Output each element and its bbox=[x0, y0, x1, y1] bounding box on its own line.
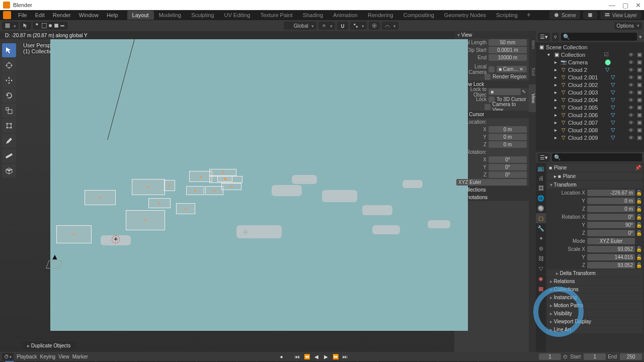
outliner-search[interactable]: 🔍 bbox=[561, 33, 637, 41]
workspace-tab-animation[interactable]: Animation bbox=[328, 11, 363, 20]
scale-y-field[interactable]: 144.015 bbox=[587, 254, 635, 260]
tool-scale[interactable] bbox=[2, 104, 16, 118]
workspace-tab-modeling[interactable]: Modeling bbox=[154, 11, 187, 20]
lineart-header[interactable]: Line Art bbox=[547, 326, 643, 333]
view-layer-selector[interactable]: View Layer bbox=[600, 11, 641, 19]
render-region-check[interactable] bbox=[485, 74, 491, 80]
pivot-point[interactable] bbox=[318, 22, 335, 30]
camera-selector[interactable]: ■ Cam... ✕ bbox=[497, 66, 527, 72]
rot-mode-dropdown[interactable]: XYZ Euler bbox=[587, 238, 635, 244]
loc-y-field[interactable]: 0 m bbox=[587, 198, 635, 204]
close-button[interactable]: ✕ bbox=[635, 2, 641, 9]
prev-key-button[interactable]: ⏪ bbox=[303, 353, 311, 360]
workspace-tab-rendering[interactable]: Rendering bbox=[363, 11, 398, 20]
properties-editor-type[interactable]: ☰▾ bbox=[538, 153, 550, 162]
menu-edit[interactable]: Edit bbox=[31, 12, 49, 18]
motion-paths-header[interactable]: Motion Paths bbox=[547, 302, 643, 309]
tool-cursor[interactable] bbox=[2, 58, 16, 72]
ptab-data[interactable]: ▽ bbox=[536, 263, 546, 274]
delta-transform-header[interactable]: Delta Transform bbox=[547, 269, 643, 277]
ptab-viewlayer[interactable]: 🖼 bbox=[536, 183, 546, 193]
transform-panel-header[interactable]: Transform bbox=[547, 181, 643, 189]
loc-z-field[interactable]: 0 m bbox=[587, 206, 635, 212]
play-reverse-button[interactable]: ◀ bbox=[312, 353, 320, 360]
rot-y-field[interactable]: 90° bbox=[587, 222, 635, 228]
mesh-breadcrumb[interactable]: ▸ ■ Plane bbox=[547, 172, 643, 180]
ptab-modifier[interactable]: 🔧 bbox=[536, 223, 546, 233]
ptab-physics[interactable]: ⊚ bbox=[536, 243, 546, 253]
npanel-tab-item[interactable]: Item bbox=[529, 31, 536, 58]
view3d-canvas[interactable]: D: -20.87 m (20.87 m) along global Y Use… bbox=[0, 31, 454, 352]
jump-start-button[interactable]: ⏮ bbox=[293, 353, 301, 360]
cursor-loc-z[interactable]: 0 m bbox=[489, 141, 527, 148]
menu-help[interactable]: Help bbox=[103, 12, 122, 18]
npanel-tab-view[interactable]: View bbox=[529, 84, 536, 112]
npanel-view-header[interactable]: View bbox=[454, 31, 529, 39]
blender-menu-icon[interactable] bbox=[3, 11, 11, 19]
tool-transform[interactable] bbox=[2, 119, 16, 133]
snap-toggle[interactable] bbox=[337, 22, 348, 30]
tool-move[interactable] bbox=[2, 73, 16, 87]
workspace-tab-geonodes[interactable]: Geometry Nodes bbox=[439, 11, 491, 20]
ptab-world[interactable]: 🔘 bbox=[536, 203, 546, 213]
tool-measure[interactable] bbox=[2, 149, 16, 163]
ptab-constraint[interactable]: ⛓ bbox=[536, 253, 546, 263]
start-frame-field[interactable]: 1 bbox=[584, 353, 606, 360]
npanel-tab-tool[interactable]: Tool bbox=[529, 58, 536, 85]
minimize-button[interactable]: — bbox=[609, 2, 615, 9]
ptab-scene[interactable]: 🌐 bbox=[536, 193, 546, 203]
timeline-view-menu[interactable]: View bbox=[58, 354, 69, 359]
next-key-button[interactable]: ⏩ bbox=[332, 353, 340, 360]
tool-add-cube[interactable] bbox=[2, 164, 16, 178]
ptab-material[interactable]: ◉ bbox=[536, 274, 546, 284]
cursor-rot-y[interactable]: 0° bbox=[489, 164, 527, 170]
tool-rotate[interactable] bbox=[2, 88, 16, 103]
workspace-tab-uv[interactable]: UV Editing bbox=[219, 11, 255, 20]
rot-x-field[interactable]: 0° bbox=[587, 214, 635, 220]
cursor-rot-x[interactable]: 0° bbox=[489, 156, 527, 163]
header-options[interactable]: Options bbox=[614, 22, 642, 30]
workspace-tab-scripting[interactable]: Scripting bbox=[491, 11, 523, 20]
cursor-rot-mode[interactable]: XYZ Euler bbox=[456, 179, 527, 186]
timeline-keying-menu[interactable]: Keying bbox=[40, 354, 56, 359]
preview-range-icon[interactable]: ⏲ bbox=[563, 354, 568, 359]
cursor-loc-y[interactable]: 0 m bbox=[489, 134, 527, 140]
workspace-tab-layout[interactable]: Layout bbox=[127, 11, 154, 20]
scene-new-button[interactable] bbox=[583, 11, 597, 19]
menu-render[interactable]: Render bbox=[49, 12, 75, 18]
outliner-filter-funnel-icon[interactable]: ▾ bbox=[639, 34, 642, 40]
lock-object-field[interactable]: ■ bbox=[489, 88, 521, 95]
cursor-loc-x[interactable]: 0 m bbox=[489, 126, 527, 133]
viewport-3d[interactable]: D: -20.87 m (20.87 m) along global Y Use… bbox=[0, 31, 454, 352]
ptab-particle[interactable]: ✦ bbox=[536, 233, 546, 243]
outliner-filter-icon[interactable]: ▿ bbox=[552, 33, 559, 41]
cursor-rot-z[interactable]: 0° bbox=[489, 171, 527, 178]
clip-start-field[interactable]: 0.0001 m bbox=[489, 47, 527, 53]
outliner-display-mode[interactable]: ☰▾ bbox=[538, 33, 550, 41]
workspace-add-button[interactable]: + bbox=[523, 11, 535, 20]
transform-orientation[interactable]: Global bbox=[284, 22, 316, 30]
editor-type-dropdown[interactable] bbox=[2, 22, 19, 30]
autokey-button[interactable]: ● bbox=[277, 353, 285, 360]
scale-x-field[interactable]: 93.052 bbox=[587, 246, 635, 252]
instancing-header[interactable]: Instancing bbox=[547, 294, 643, 301]
current-frame-field[interactable]: 1 bbox=[539, 353, 561, 360]
mode-cursor-icon[interactable] bbox=[20, 22, 31, 30]
proportional-falloff[interactable] bbox=[382, 22, 398, 30]
jump-end-button[interactable]: ⏭ bbox=[341, 353, 349, 360]
lock-icon[interactable]: 🔓 bbox=[636, 190, 642, 196]
snap-element[interactable] bbox=[350, 22, 367, 30]
object-mode-selectors[interactable] bbox=[33, 22, 68, 30]
clip-end-field[interactable]: 10000 m bbox=[489, 54, 527, 61]
collections-panel-header[interactable]: Collections bbox=[547, 286, 643, 293]
outliner-tree[interactable]: ▣Scene Collection ▾▣Collection☑👁▣ ▸📷Came… bbox=[536, 42, 644, 152]
properties-search[interactable]: 🔍 bbox=[552, 153, 642, 161]
relations-header[interactable]: Relations bbox=[547, 278, 643, 285]
object-breadcrumb[interactable]: ■ Plane📌 bbox=[547, 164, 643, 171]
workspace-tab-sculpting[interactable]: Sculpting bbox=[186, 11, 219, 20]
ptab-output[interactable]: 🖨 bbox=[536, 173, 546, 183]
ptab-object[interactable]: ▢ bbox=[536, 213, 546, 223]
redo-panel[interactable]: Duplicate Objects bbox=[22, 341, 75, 350]
tool-select-box[interactable] bbox=[2, 43, 16, 57]
local-camera-check[interactable] bbox=[489, 66, 495, 72]
